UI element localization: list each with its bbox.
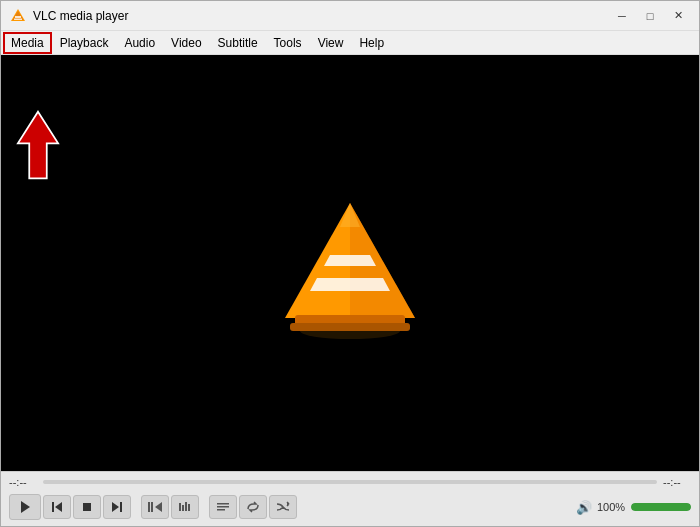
menu-bar: Media Playback Audio Video Subtitle Tool… <box>1 31 699 55</box>
play-button[interactable] <box>9 494 41 520</box>
stop-button[interactable] <box>73 495 101 519</box>
svg-rect-12 <box>290 323 410 331</box>
controls-bar: --:-- --:-- <box>1 471 699 526</box>
next-icon <box>111 501 123 513</box>
stop-icon <box>82 502 92 512</box>
svg-rect-19 <box>148 502 150 512</box>
svg-rect-20 <box>151 502 153 512</box>
menu-item-help[interactable]: Help <box>351 32 392 54</box>
menu-item-view[interactable]: View <box>310 32 352 54</box>
seek-bar[interactable] <box>43 480 657 484</box>
volume-icon: 🔊 <box>575 498 593 516</box>
loop-button[interactable] <box>239 495 267 519</box>
svg-rect-2 <box>15 16 21 18</box>
frame-prev-icon <box>148 501 162 513</box>
loop-icon <box>246 501 260 513</box>
svg-marker-18 <box>112 502 119 512</box>
svg-rect-27 <box>217 506 229 508</box>
equalizer-icon <box>178 501 192 513</box>
minimize-button[interactable]: ─ <box>609 6 635 26</box>
equalizer-button[interactable] <box>171 495 199 519</box>
svg-marker-4 <box>18 112 58 179</box>
seek-time-start: --:-- <box>9 476 37 488</box>
frame-prev-button[interactable] <box>141 495 169 519</box>
svg-marker-8 <box>310 278 390 291</box>
volume-percent: 100% <box>597 501 627 513</box>
seek-time-end: --:-- <box>663 476 691 488</box>
restore-button[interactable]: □ <box>637 6 663 26</box>
volume-fill <box>631 503 691 511</box>
prev-icon <box>51 501 63 513</box>
svg-rect-17 <box>120 502 122 512</box>
menu-item-subtitle[interactable]: Subtitle <box>210 32 266 54</box>
annotation-arrow <box>13 110 63 180</box>
video-area <box>1 55 699 471</box>
svg-marker-9 <box>324 255 376 266</box>
volume-area: 🔊 100% <box>575 498 691 516</box>
window-controls: ─ □ ✕ <box>609 6 691 26</box>
svg-marker-10 <box>340 203 360 227</box>
vlc-window: VLC media player ─ □ ✕ Media Playback Au… <box>0 0 700 527</box>
svg-rect-24 <box>185 502 187 511</box>
menu-item-media[interactable]: Media <box>3 32 52 54</box>
volume-bar[interactable] <box>631 503 691 511</box>
next-button[interactable] <box>103 495 131 519</box>
svg-marker-15 <box>55 502 62 512</box>
svg-rect-3 <box>14 18 22 20</box>
play-icon <box>19 500 31 514</box>
close-button[interactable]: ✕ <box>665 6 691 26</box>
vlc-icon <box>9 7 27 25</box>
window-title: VLC media player <box>33 9 609 23</box>
playlist-icon <box>216 501 230 513</box>
title-bar: VLC media player ─ □ ✕ <box>1 1 699 31</box>
svg-rect-25 <box>188 504 190 511</box>
svg-rect-16 <box>83 503 91 511</box>
svg-rect-14 <box>52 502 54 512</box>
menu-item-video[interactable]: Video <box>163 32 209 54</box>
svg-rect-26 <box>217 503 229 505</box>
svg-marker-13 <box>21 501 30 513</box>
seek-bar-row: --:-- --:-- <box>1 472 699 490</box>
vlc-logo <box>270 183 430 343</box>
shuffle-icon <box>276 501 290 513</box>
svg-rect-28 <box>217 509 225 511</box>
menu-item-playback[interactable]: Playback <box>52 32 117 54</box>
shuffle-button[interactable] <box>269 495 297 519</box>
buttons-row: 🔊 100% <box>1 490 699 526</box>
menu-item-tools[interactable]: Tools <box>266 32 310 54</box>
prev-button[interactable] <box>43 495 71 519</box>
svg-marker-21 <box>155 502 162 512</box>
svg-rect-23 <box>182 505 184 511</box>
svg-rect-22 <box>179 503 181 511</box>
menu-item-audio[interactable]: Audio <box>116 32 163 54</box>
playlist-button[interactable] <box>209 495 237 519</box>
